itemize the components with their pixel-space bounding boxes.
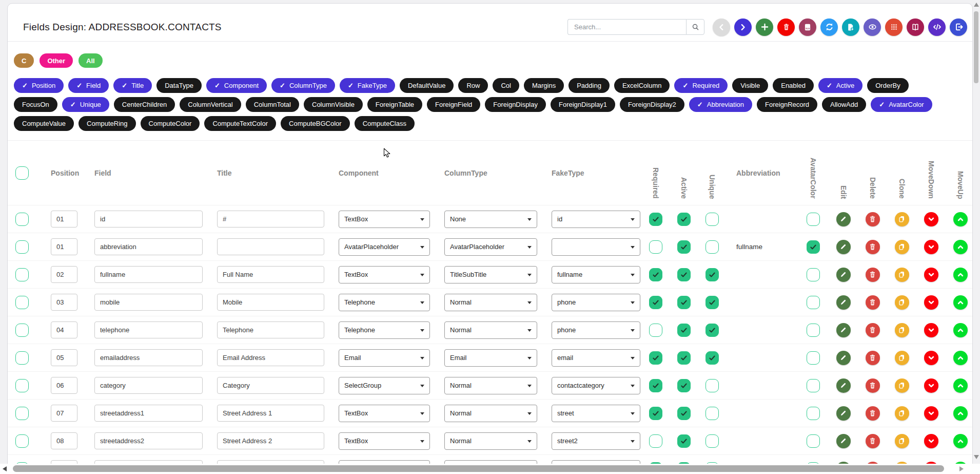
active-checkbox[interactable]: [677, 324, 691, 337]
move-up-button[interactable]: [953, 406, 968, 421]
position-input[interactable]: [51, 294, 77, 311]
clone-button[interactable]: [895, 295, 909, 310]
clone-button[interactable]: [895, 351, 909, 365]
move-up-button[interactable]: [953, 268, 968, 282]
component-select[interactable]: Telephone: [339, 321, 430, 339]
toggle-chip-columnvertical[interactable]: ColumnVertical: [180, 97, 241, 112]
required-checkbox[interactable]: [649, 296, 662, 309]
active-checkbox[interactable]: [677, 407, 691, 420]
edit-button[interactable]: [836, 240, 851, 254]
exit-button[interactable]: [950, 18, 967, 36]
toggle-chip-foreigndisplay[interactable]: ForeignDisplay: [485, 97, 546, 112]
component-select[interactable]: TextBox: [339, 432, 430, 450]
move-up-button[interactable]: [953, 295, 968, 310]
excel-export-button[interactable]: XLS: [799, 18, 816, 36]
unique-checkbox[interactable]: [705, 240, 719, 254]
title-input[interactable]: [217, 294, 324, 311]
filter-pill-c[interactable]: C: [14, 53, 34, 68]
required-checkbox[interactable]: [649, 213, 662, 226]
active-checkbox[interactable]: [677, 379, 691, 392]
delete-button[interactable]: [866, 295, 880, 310]
columntype-select[interactable]: None: [444, 211, 537, 228]
row-select-checkbox[interactable]: [15, 379, 29, 392]
toggle-chip-field[interactable]: ✓Field: [68, 78, 109, 93]
field-input[interactable]: [94, 266, 203, 283]
clone-button[interactable]: [895, 240, 909, 254]
move-up-button[interactable]: [953, 212, 968, 226]
columntype-select[interactable]: Normal: [444, 432, 537, 450]
toggle-chip-margins[interactable]: Margins: [524, 78, 564, 93]
unique-checkbox[interactable]: [705, 351, 719, 365]
active-checkbox[interactable]: [677, 296, 691, 309]
faketype-select[interactable]: phone: [552, 321, 640, 339]
toggle-chip-computering[interactable]: ComputeRing: [79, 116, 136, 131]
move-down-button[interactable]: [924, 406, 938, 421]
row-select-checkbox[interactable]: [15, 407, 29, 420]
dictionary-button[interactable]: [907, 18, 924, 36]
row-select-checkbox[interactable]: [15, 434, 29, 448]
toggle-chip-foreignfield[interactable]: ForeignField: [427, 97, 480, 112]
title-input[interactable]: [217, 266, 324, 283]
toggle-chip-computevalue[interactable]: ComputeValue: [14, 116, 74, 131]
row-select-checkbox[interactable]: [15, 324, 29, 337]
faketype-select[interactable]: id: [552, 211, 640, 228]
nav-forward-button[interactable]: [734, 18, 752, 36]
grid-view-button[interactable]: [885, 18, 903, 36]
unique-checkbox[interactable]: [705, 407, 719, 420]
required-checkbox[interactable]: [649, 351, 662, 365]
columntype-select[interactable]: AvatarPlaceholder: [444, 238, 537, 256]
field-input[interactable]: [94, 321, 203, 338]
clone-button[interactable]: [895, 378, 909, 393]
move-up-button[interactable]: [953, 351, 968, 365]
delete-button[interactable]: [866, 406, 880, 421]
delete-button[interactable]: [866, 212, 880, 226]
component-select[interactable]: TextBox: [339, 211, 430, 228]
preview-button[interactable]: [864, 18, 881, 36]
columntype-select[interactable]: Normal: [444, 405, 537, 422]
select-all-checkbox[interactable]: [15, 166, 29, 180]
required-checkbox[interactable]: [649, 240, 662, 254]
toggle-chip-defaultvalue[interactable]: DefaultValue: [400, 78, 454, 93]
active-checkbox[interactable]: [677, 268, 691, 281]
required-checkbox[interactable]: [649, 268, 662, 281]
move-up-button[interactable]: [953, 240, 968, 254]
code-view-button[interactable]: [928, 18, 946, 36]
position-input[interactable]: [51, 211, 77, 227]
row-select-checkbox[interactable]: [15, 240, 29, 254]
delete-button[interactable]: [866, 351, 880, 365]
field-input[interactable]: [94, 377, 203, 394]
toggle-chip-avatarcolor[interactable]: ✓AvatarColor: [871, 97, 932, 112]
title-input[interactable]: [217, 405, 324, 422]
row-select-checkbox[interactable]: [15, 296, 29, 309]
delete-button[interactable]: [866, 323, 880, 337]
active-checkbox[interactable]: [677, 351, 691, 365]
avatarcolor-checkbox[interactable]: [807, 240, 820, 254]
toggle-chip-orderby[interactable]: OrderBy: [867, 78, 908, 93]
faketype-select[interactable]: [552, 238, 640, 256]
position-input[interactable]: [51, 266, 77, 283]
toggle-chip-padding[interactable]: Padding: [569, 78, 610, 93]
clone-button[interactable]: [895, 323, 909, 337]
faketype-select[interactable]: phone: [552, 294, 640, 311]
position-input[interactable]: [51, 377, 77, 394]
toggle-chip-centerchildren[interactable]: CenterChildren: [114, 97, 175, 112]
toggle-chip-columntotal[interactable]: ColumnTotal: [246, 97, 299, 112]
toggle-chip-computetextcolor[interactable]: ComputeTextColor: [204, 116, 276, 131]
toggle-chip-computebgcolor[interactable]: ComputeBGColor: [281, 116, 350, 131]
faketype-select[interactable]: street2: [552, 432, 640, 450]
edit-button[interactable]: [836, 378, 851, 393]
edit-button[interactable]: [836, 323, 851, 337]
active-checkbox[interactable]: [677, 213, 691, 226]
delete-button[interactable]: [866, 378, 880, 393]
required-checkbox[interactable]: [649, 379, 662, 392]
scroll-up-arrow-icon[interactable]: [974, 3, 979, 7]
unique-checkbox[interactable]: [705, 268, 719, 281]
toggle-chip-row[interactable]: Row: [458, 78, 488, 93]
scroll-right-arrow-icon[interactable]: [959, 466, 964, 471]
move-up-button[interactable]: [953, 323, 968, 337]
filter-pill-all[interactable]: All: [79, 53, 103, 68]
toggle-chip-faketype[interactable]: ✓FakeType: [340, 78, 395, 93]
toggle-chip-visible[interactable]: Visible: [732, 78, 768, 93]
toggle-chip-datatype[interactable]: DataType: [156, 78, 202, 93]
position-input[interactable]: [51, 238, 77, 255]
